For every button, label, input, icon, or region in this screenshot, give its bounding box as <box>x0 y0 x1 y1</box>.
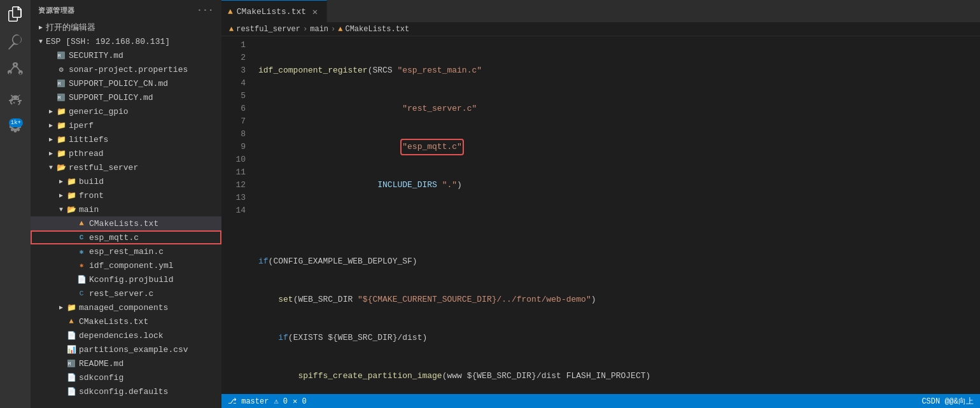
spacer <box>56 344 66 355</box>
c-icon: C <box>76 232 87 243</box>
file-label: SECURITY.md <box>69 51 221 60</box>
folder-front[interactable]: ▶ 📁 front <box>31 188 221 202</box>
folder-build[interactable]: ▶ 📁 build <box>31 174 221 188</box>
spacer <box>66 232 76 243</box>
file-esp-rest-main[interactable]: ✱ esp_rest_main.c <box>31 244 221 258</box>
file-kconfig[interactable]: 📄 Kconfig.projbuild <box>31 272 221 286</box>
cmake-tab-icon: ▲ <box>228 7 233 17</box>
tab-cmakelists[interactable]: ▲ CMakeLists.txt ✕ <box>221 0 327 22</box>
folder-main[interactable]: ▼ 📂 main <box>31 202 221 216</box>
code-line-7: set(WEB_SRC_DIR "${CMAKE_CURRENT_SOURCE_… <box>258 293 980 306</box>
search-icon[interactable] <box>6 33 24 51</box>
plain-token <box>258 293 278 306</box>
folder-icon: 📁 <box>66 302 76 313</box>
breadcrumb-sep-1: › <box>303 25 307 34</box>
spacer <box>66 274 76 285</box>
esp-ssh-section[interactable]: ▼ ESP [SSH: 192.168.80.131] <box>31 34 221 48</box>
file-sdkconfig[interactable]: 📄 sdkconfig <box>31 370 221 384</box>
code-line-9: spiffs_create_partition_image(www ${WEB_… <box>258 370 980 383</box>
cmake-icon: ▲ <box>76 218 87 229</box>
folder-iperf[interactable]: ▶ 📁 iperf <box>31 118 221 132</box>
md-icon: M <box>56 50 66 60</box>
file-label: partitions_example.csv <box>79 345 221 355</box>
file-security-md[interactable]: M SECURITY.md <box>31 48 221 62</box>
breadcrumb-item-cmake: ▲ <box>229 25 234 34</box>
sidebar-header: 资源管理器 ··· <box>31 0 221 20</box>
error-count[interactable]: ✕ 0 <box>293 397 307 406</box>
code-editor[interactable]: idf_component_register(SRCS "esp_rest_ma… <box>253 36 980 394</box>
breadcrumb-cmake: ▲ <box>338 25 342 34</box>
chevron-right-icon: ▶ <box>56 190 66 200</box>
file-esp-mqtt[interactable]: C esp_mqtt.c <box>31 230 221 244</box>
file-label: idf_component.yml <box>89 261 221 271</box>
file-icon: 📄 <box>66 386 76 397</box>
branch-indicator[interactable]: ⎇ master <box>228 397 269 406</box>
code-line-2: "rest_server.c" <box>258 102 980 115</box>
file-icon: 📄 <box>76 274 87 285</box>
spacer <box>46 78 56 88</box>
file-support[interactable]: M SUPPORT_POLICY.md <box>31 90 221 104</box>
spacer <box>66 246 76 257</box>
folder-generic-gpio[interactable]: ▶ 📁 generic_gpio <box>31 104 221 118</box>
file-label: SUPPORT_POLICY.md <box>69 93 221 102</box>
folder-label: main <box>79 205 221 215</box>
folder-restful-server[interactable]: ▼ 📂 restful_server <box>31 160 221 174</box>
svg-text:M: M <box>58 53 60 59</box>
kw-token: if <box>258 255 269 268</box>
folder-label: pthread <box>69 149 221 158</box>
chevron-down-icon: ▼ <box>56 204 66 215</box>
file-sdkconfig-defaults[interactable]: 📄 sdkconfig.defaults <box>31 384 221 398</box>
file-readme[interactable]: M README.md <box>31 356 221 370</box>
editor[interactable]: 1 2 3 4 5 6 7 8 9 10 11 12 13 14 idf_com… <box>221 36 980 394</box>
status-bar: ⎇ master ⚠ 0 ✕ 0 CSDN @@&向上 <box>221 394 980 408</box>
str-token: "esp_rest_main.c" <box>397 64 482 77</box>
folder-open-icon: 📂 <box>66 204 76 215</box>
kw-token: if <box>278 332 288 344</box>
file-label: sonar-project.properties <box>69 65 221 74</box>
folder-littlefs[interactable]: ▶ 📁 littlefs <box>31 132 221 146</box>
line-numbers: 1 2 3 4 5 6 7 8 9 10 11 12 13 14 <box>221 36 253 394</box>
plain-token: ) <box>457 179 462 192</box>
chevron-right-icon: ▶ <box>56 176 66 186</box>
warning-count[interactable]: ⚠ 0 <box>274 397 288 406</box>
file-cmakelists-root[interactable]: ▲ CMakeLists.txt <box>31 314 221 328</box>
open-editors-section[interactable]: ▶ 打开的编辑器 <box>31 20 221 34</box>
source-control-icon[interactable] <box>6 61 24 79</box>
file-idf-component[interactable]: ✱ idf_component.yml <box>31 258 221 272</box>
file-label: CMakeLists.txt <box>79 317 221 327</box>
debug-icon[interactable] <box>6 89 24 107</box>
file-label: Kconfig.projbuild <box>89 275 221 285</box>
editor-area: ▲ CMakeLists.txt ✕ ▲ restful_server › ma… <box>221 0 980 408</box>
plain-token: (SRCS <box>368 64 398 77</box>
file-cmakelists[interactable]: ▲ CMakeLists.txt <box>31 216 221 230</box>
file-label: SUPPORT_POLICY_CN.md <box>69 79 221 88</box>
folder-icon: 📁 <box>56 134 66 144</box>
file-support-cn[interactable]: M SUPPORT_POLICY_CN.md <box>31 76 221 90</box>
code-line-5 <box>258 217 980 230</box>
activity-bar: 1k+ <box>0 0 31 408</box>
file-sonar-properties[interactable]: ⚙ sonar-project.properties <box>31 62 221 76</box>
chevron-right-icon: ▶ <box>36 22 46 32</box>
chevron-right-icon: ▶ <box>46 134 56 144</box>
folder-pthread[interactable]: ▶ 📁 pthread <box>31 146 221 160</box>
explorer-icon[interactable] <box>6 5 24 23</box>
folder-icon: 📁 <box>66 176 76 186</box>
folder-managed-components[interactable]: ▶ 📁 managed_components <box>31 300 221 314</box>
svg-text:M: M <box>68 362 71 367</box>
md-icon: M <box>56 78 66 88</box>
open-editors-label: 打开的编辑器 <box>46 22 95 33</box>
file-dependencies[interactable]: 📄 dependencies.lock <box>31 328 221 342</box>
folder-icon: 📁 <box>56 148 66 158</box>
more-actions-icon[interactable]: ··· <box>197 5 214 15</box>
file-partitions[interactable]: 📊 partitions_example.csv <box>31 342 221 356</box>
sidebar-content: ▶ 打开的编辑器 ▼ ESP [SSH: 192.168.80.131] M S… <box>31 20 221 408</box>
extensions-icon[interactable]: 1k+ <box>6 117 24 135</box>
file-icon: 📄 <box>66 372 76 383</box>
folder-label: generic_gpio <box>69 107 221 116</box>
file-rest-server[interactable]: C rest_server.c <box>31 286 221 300</box>
plain-token <box>258 141 402 153</box>
file-label: sdkconfig.defaults <box>79 387 221 397</box>
sidebar-actions: ··· <box>197 5 214 15</box>
tab-close-button[interactable]: ✕ <box>310 6 320 17</box>
spacer <box>66 218 76 229</box>
